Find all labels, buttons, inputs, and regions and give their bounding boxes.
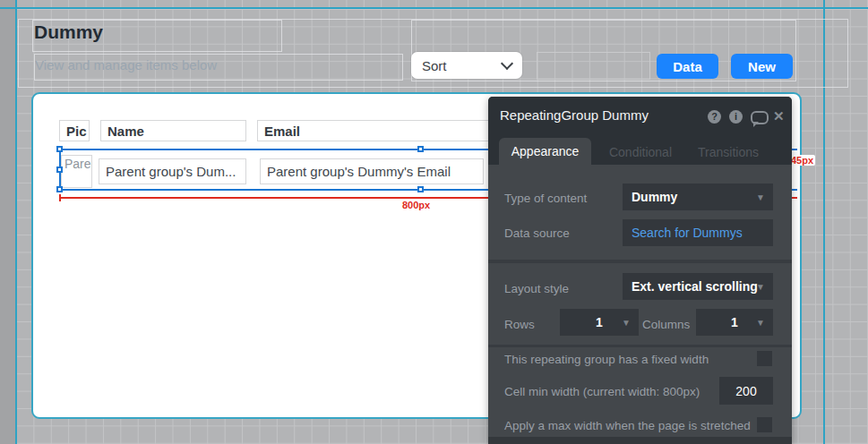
data-source-label: Data source [504, 226, 570, 240]
type-of-content-value: Dummy [632, 190, 677, 204]
column-header-pic[interactable]: Pic [59, 120, 90, 141]
columns-label: Columns [642, 318, 690, 331]
editor-canvas: Dummy View and manage items below Sort D… [0, 0, 868, 444]
selection-handle[interactable] [56, 146, 63, 152]
page-subtitle: View and manage items below [35, 57, 217, 73]
data-source-value[interactable]: Search for Dummys [632, 226, 743, 240]
page-left-guide [15, 0, 17, 444]
property-editor-panel: RepeatingGroup Dummy ? i ✕ Appearance Co… [488, 97, 792, 444]
page-title: Dummy [34, 21, 103, 43]
tab-conditional[interactable]: Conditional [605, 140, 676, 165]
info-icon[interactable]: i [729, 110, 743, 124]
data-button[interactable]: Data [657, 54, 718, 79]
section-divider [488, 345, 792, 347]
columns-dropdown[interactable]: 1 ▼ [696, 309, 773, 336]
close-icon[interactable]: ✕ [773, 109, 785, 124]
search-input[interactable] [537, 52, 650, 80]
sort-dropdown[interactable]: Sort [411, 52, 522, 79]
panel-title: RepeatingGroup Dummy [500, 107, 649, 123]
tab-appearance[interactable]: Appearance [499, 138, 591, 165]
new-button[interactable]: New [731, 54, 793, 79]
rows-value: 1 [596, 315, 603, 329]
max-width-checkbox[interactable] [757, 417, 772, 432]
caret-down-icon: ▼ [622, 318, 631, 328]
data-source-input[interactable]: Search for Dummys [623, 219, 773, 246]
selection-handle[interactable] [56, 166, 63, 173]
fixed-width-checkbox[interactable] [757, 351, 772, 366]
selection-handle[interactable] [56, 186, 63, 192]
tab-transitions[interactable]: Transitions [690, 140, 767, 165]
columns-value: 1 [731, 315, 738, 329]
column-header-name[interactable]: Name [100, 120, 246, 141]
caret-down-icon: ▼ [756, 192, 765, 202]
column-header-email[interactable]: Email [257, 120, 526, 141]
layout-style-value: Ext. vertical scrolling [632, 279, 758, 294]
caret-down-icon: ▼ [756, 282, 765, 292]
help-icon[interactable]: ? [708, 110, 721, 124]
section-divider [488, 437, 792, 444]
cell-min-width-input[interactable]: 200 [719, 377, 773, 405]
page-top-guide [0, 7, 868, 9]
row-cell-email[interactable]: Parent group's Dummy's Email [260, 158, 484, 184]
rows-label: Rows [504, 318, 535, 331]
type-of-content-label: Type of content [504, 192, 587, 205]
selection-handle[interactable] [417, 146, 424, 152]
selection-handle[interactable] [417, 186, 424, 192]
caret-down-icon: ▼ [756, 318, 765, 328]
comment-icon[interactable] [751, 111, 769, 124]
section-divider [488, 260, 792, 263]
sort-dropdown-label: Sort [422, 58, 447, 73]
fixed-width-label: This repeating group has a fixed width [504, 353, 709, 366]
layout-style-label: Layout style [504, 282, 569, 295]
layout-style-dropdown[interactable]: Ext. vertical scrolling ▼ [623, 273, 773, 300]
outside-page-area [0, 0, 15, 444]
width-measure-label: 800px [402, 200, 430, 210]
type-of-content-dropdown[interactable]: Dummy ▼ [623, 184, 773, 210]
cell-min-width-label: Cell min width (current width: 800px) [504, 385, 700, 398]
width-measure-tick [59, 194, 61, 201]
row-cell-name[interactable]: Parent group's Dum... [99, 158, 246, 184]
max-width-label: Apply a max width when the page is stret… [504, 419, 751, 432]
chevron-down-icon [501, 57, 513, 70]
row-cell-pic[interactable]: Parent group's... [61, 155, 92, 188]
rows-dropdown[interactable]: 1 ▼ [560, 309, 639, 336]
gap-measure-label: 45px [789, 155, 815, 166]
